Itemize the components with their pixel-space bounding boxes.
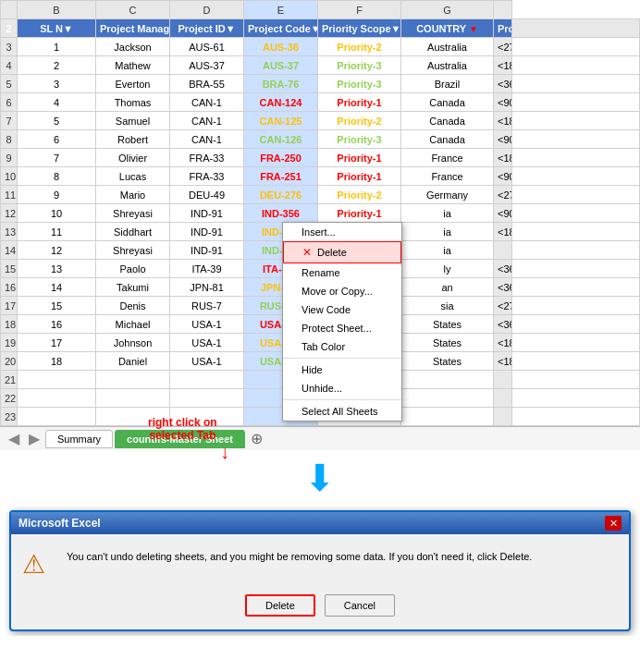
tab-add-button[interactable]: ⊕ [247, 430, 266, 447]
table-row: 3 1 Jackson AUS-61 AUS-36 Priority-2 Aus… [1, 38, 640, 56]
annotation-arrow-icon: ↓ [220, 442, 229, 463]
down-arrow-section: ⬇ [0, 450, 640, 506]
table-row: 7 5 Samuel CAN-1 CAN-125 Priority-2 Cana… [1, 112, 640, 130]
table-row: 6 4 Thomas CAN-1 CAN-124 Priority-1 Cana… [1, 93, 640, 112]
header-priority[interactable]: Priority Scope▼ [318, 19, 401, 38]
col-letter-f[interactable]: F [318, 1, 401, 19]
menu-item-rename[interactable]: Rename [283, 263, 401, 282]
col-letters-row: B C D E F G [1, 1, 640, 19]
sheet-tabs-bar: ◀ ▶ Summary countifs-Master Sheet ⊕ [0, 426, 640, 450]
header-country[interactable]: COUNTRY ▼ [401, 19, 494, 38]
col-letter-c[interactable]: C [96, 1, 170, 19]
header-row: 2 SL N▼ Project Manager▼ Project ID▼ Pro… [1, 19, 640, 38]
annotation-line1: right click on [148, 416, 217, 429]
warning-icon: ⚠ [22, 549, 55, 580]
dialog-delete-label: Delete [265, 600, 295, 611]
context-menu: Insert... ✕ Delete Rename Move or Copy..… [282, 222, 402, 422]
menu-item-insert[interactable]: Insert... [283, 223, 401, 241]
menu-item-hide[interactable]: Hide [283, 360, 401, 379]
header-manager[interactable]: Project Manager▼ [96, 19, 170, 38]
menu-item-protect-sheet[interactable]: Protect Sheet... [283, 319, 401, 337]
menu-item-tab-color[interactable]: Tab Color [283, 337, 401, 356]
down-arrow-icon: ⬇ [304, 459, 336, 496]
table-row: 10 8 Lucas FRA-33 FRA-251 Priority-1 Fra… [1, 167, 640, 186]
header-h [512, 19, 640, 38]
annotation-text: right click on selected Tab [148, 416, 217, 442]
dialog-delete-button[interactable]: Delete [245, 594, 315, 617]
spreadsheet-container: B C D E F G 2 SL N▼ Project Manager▼ Pro… [0, 0, 640, 426]
dialog-cancel-label: Cancel [344, 600, 375, 611]
col-letter-h [494, 1, 512, 19]
excel-dialog: Microsoft Excel ✕ ⚠ You can't undo delet… [9, 510, 631, 631]
dialog-title: Microsoft Excel [18, 517, 101, 530]
sort-arrow-icon: ▼ [469, 24, 478, 34]
table-row: 4 2 Mathew AUS-37 AUS-37 Priority-3 Aust… [1, 56, 640, 75]
tab-summary-label: Summary [57, 434, 101, 445]
menu-item-unhide[interactable]: Unhide... [283, 379, 401, 397]
dialog-overlay: Microsoft Excel ✕ ⚠ You can't undo delet… [0, 510, 640, 631]
dialog-titlebar: Microsoft Excel ✕ [11, 512, 629, 534]
header-id[interactable]: Project ID▼ [170, 19, 244, 38]
menu-item-delete[interactable]: ✕ Delete [283, 241, 401, 263]
menu-divider-2 [283, 399, 401, 400]
table-row: 8 6 Robert CAN-1 CAN-126 Priority-3 Cana… [1, 130, 640, 149]
tab-nav-left[interactable]: ◀ [5, 430, 23, 447]
tab-nav-right[interactable]: ▶ [25, 430, 43, 447]
tab-summary[interactable]: Summary [45, 430, 113, 448]
table-row: 12 10 Shreyasi IND-91 IND-356 Priority-1… [1, 204, 640, 223]
menu-item-move-copy[interactable]: Move or Copy... [283, 282, 401, 300]
header-row-num: 2 [1, 19, 18, 38]
header-sl[interactable]: SL N▼ [18, 19, 96, 38]
menu-item-view-code[interactable]: View Code [283, 300, 401, 319]
table-row: 5 3 Everton BRA-55 BRA-76 Priority-3 Bra… [1, 75, 640, 93]
close-icon: ✕ [609, 518, 618, 530]
col-letter-g[interactable]: G [401, 1, 494, 19]
annotation-line2: selected Tab [149, 429, 215, 442]
col-letter-d[interactable]: D [170, 1, 244, 19]
dialog-cancel-button[interactable]: Cancel [325, 594, 395, 617]
dialog-close-button[interactable]: ✕ [605, 516, 622, 531]
col-letter-e[interactable]: E [244, 1, 318, 19]
header-code[interactable]: Project Code▼ [244, 19, 318, 38]
menu-divider [283, 358, 401, 359]
dialog-message: You can't undo deleting sheets, and you … [67, 549, 618, 565]
table-row: 9 7 Olivier FRA-33 FRA-250 Priority-1 Fr… [1, 149, 640, 167]
corner-cell [1, 1, 18, 19]
menu-item-select-all[interactable]: Select All Sheets [283, 402, 401, 421]
header-days[interactable]: Project Completion Days▼ [494, 19, 512, 38]
dialog-buttons: Delete Cancel [11, 587, 629, 629]
dialog-body: ⚠ You can't undo deleting sheets, and yo… [11, 534, 629, 587]
table-row: 11 9 Mario DEU-49 DEU-276 Priority-2 Ger… [1, 186, 640, 204]
delete-icon: ✕ [302, 246, 312, 259]
col-letter-b[interactable]: B [18, 1, 96, 19]
